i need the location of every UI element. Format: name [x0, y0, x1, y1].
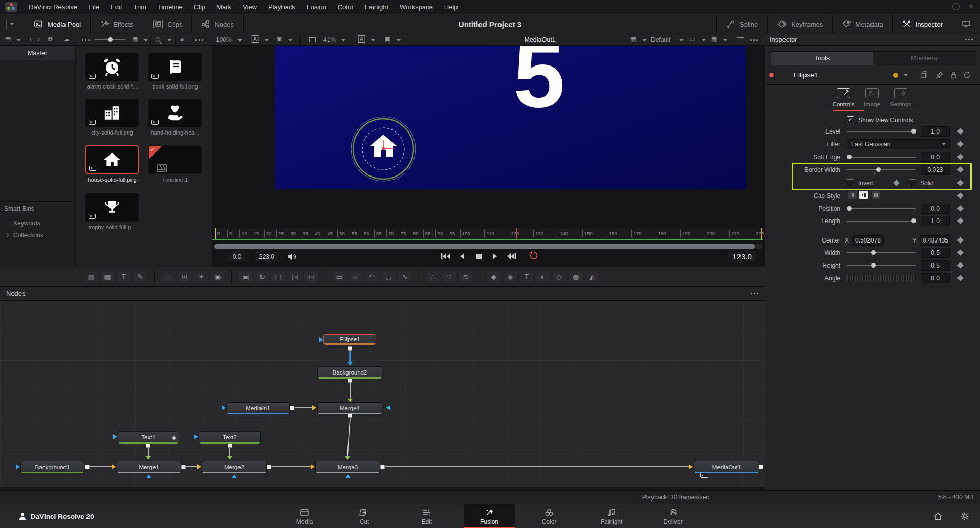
image-tab-icon[interactable]: [865, 88, 879, 98]
media-tile-book[interactable]: [148, 53, 202, 81]
border-width-slider[interactable]: [847, 169, 916, 170]
angle-value[interactable]: 0.0: [921, 273, 950, 283]
level-value[interactable]: 1.0: [921, 126, 950, 137]
length-slider[interactable]: [847, 221, 916, 222]
cap-style-square-button[interactable]: ▮▮: [872, 191, 880, 199]
smart-bins-header[interactable]: Smart Bins: [4, 205, 34, 212]
thumb-size-slider[interactable]: [95, 39, 125, 40]
page-deliver[interactable]: Deliver: [647, 504, 699, 528]
node-background1[interactable]: Background1: [20, 461, 84, 472]
invert-keyframe-icon[interactable]: [893, 180, 900, 186]
timeline-scrollbar-thumb[interactable]: [214, 244, 755, 249]
merge-tool-icon[interactable]: ▣: [239, 271, 252, 282]
media-tile-hand-holding-heart[interactable]: [148, 99, 202, 127]
copy-settings-icon[interactable]: [920, 71, 928, 80]
viewer-frame-icon[interactable]: [309, 37, 316, 42]
position-keyframe-icon[interactable]: [957, 205, 964, 212]
menu-help[interactable]: Help: [444, 3, 458, 11]
solid-keyframe-icon[interactable]: [957, 180, 964, 186]
cap-style-keyframe-icon[interactable]: [957, 192, 964, 199]
go-to-start-button[interactable]: [440, 251, 452, 261]
background-tool-icon[interactable]: ▨: [84, 271, 98, 282]
brightness-tool-icon[interactable]: ☀: [194, 271, 208, 282]
viewer-zoom-value[interactable]: 41%: [323, 36, 336, 43]
node-ellipse1[interactable]: Ellipse1: [323, 334, 376, 344]
color-channels-icon[interactable]: [690, 36, 695, 43]
viewer-overlay-icon[interactable]: [358, 36, 365, 43]
menu-trim[interactable]: Trim: [134, 3, 147, 11]
effects-button[interactable]: Effects: [91, 14, 143, 34]
viewer-options-icon[interactable]: [750, 39, 758, 41]
lock-icon[interactable]: [950, 71, 957, 80]
viewer-expand-icon[interactable]: [737, 37, 744, 42]
prender-tool-icon[interactable]: ≋: [459, 271, 472, 282]
menu-clip[interactable]: Clip: [194, 3, 205, 11]
invert-checkbox[interactable]: [847, 179, 854, 186]
reset-icon[interactable]: [963, 71, 971, 80]
menu-davinci-resolve[interactable]: DaVinci Resolve: [29, 3, 77, 11]
letterbox-tool-icon[interactable]: ▤: [272, 271, 285, 282]
forward-icon[interactable]: [38, 36, 40, 43]
center-keyframe-icon[interactable]: [957, 237, 964, 244]
subtab-settings[interactable]: Settings: [889, 101, 912, 107]
node-color-dot[interactable]: [893, 73, 898, 78]
settings-gear-icon[interactable]: [960, 512, 969, 521]
text-tool-icon[interactable]: T: [117, 271, 130, 282]
current-frame-field[interactable]: 123.0: [728, 250, 756, 263]
crop-tool-icon[interactable]: ◳: [288, 271, 301, 282]
inspector-options-icon[interactable]: [965, 39, 973, 40]
collections-chevron-icon[interactable]: [5, 233, 9, 237]
cap-style-flat-button[interactable]: ▮: [848, 191, 857, 199]
back-icon[interactable]: [30, 36, 32, 43]
node-text1[interactable]: Text1: [118, 431, 179, 443]
settings-tab-icon[interactable]: [894, 88, 907, 98]
shape3d-tool-icon[interactable]: ◈: [504, 271, 517, 282]
loop-playback-icon[interactable]: [529, 251, 539, 260]
renderer3d-tool-icon[interactable]: ◭: [585, 271, 599, 282]
page-cut[interactable]: Cut: [339, 504, 390, 528]
page-media[interactable]: Media: [279, 504, 330, 528]
center-y-field[interactable]: 0.487435: [920, 235, 951, 246]
in-point-field[interactable]: 0.0: [225, 251, 249, 263]
text3d-tool-icon[interactable]: T: [520, 271, 533, 282]
colorcorrector-tool-icon[interactable]: ◌: [162, 271, 175, 282]
spline-button[interactable]: Spline: [717, 14, 767, 34]
still-icon[interactable]: [276, 36, 282, 43]
media-tile-trophy[interactable]: [85, 193, 139, 222]
media-tile-house-selected[interactable]: [85, 145, 139, 174]
width-value[interactable]: 0.5: [921, 248, 950, 258]
bin-options-icon[interactable]: [82, 39, 90, 41]
timeline-ruler[interactable]: 0510152025303540455055606570758085909510…: [215, 228, 763, 239]
nodes-options-icon[interactable]: [751, 293, 758, 294]
subtab-image[interactable]: Image: [860, 101, 884, 107]
imageplane3d-tool-icon[interactable]: ◆: [487, 271, 500, 282]
node-merge2[interactable]: Merge2: [202, 461, 267, 472]
timeline-scrollbar[interactable]: [214, 244, 763, 249]
node-enable-toggle[interactable]: [774, 72, 775, 80]
viewer-roi-icon[interactable]: [385, 36, 390, 43]
sidebar-item-collections[interactable]: Collections: [13, 232, 43, 239]
media-tile-city[interactable]: [85, 99, 139, 127]
menu-workspace[interactable]: Workspace: [400, 3, 433, 11]
show-view-controls-checkbox[interactable]: [847, 116, 854, 123]
go-to-end-button[interactable]: [505, 251, 517, 261]
search-icon[interactable]: [156, 37, 160, 42]
width-slider[interactable]: [847, 252, 916, 253]
position-slider[interactable]: [847, 208, 916, 209]
media-pool-button[interactable]: Media Pool: [24, 14, 90, 34]
unlink-bin-icon[interactable]: [48, 36, 53, 43]
duration-field[interactable]: 223.0: [253, 251, 280, 263]
node-color-chevron-icon[interactable]: [904, 74, 908, 76]
page-edit[interactable]: Edit: [401, 504, 452, 528]
menu-mark[interactable]: Mark: [216, 3, 231, 11]
sidebar-item-keywords[interactable]: Keywords: [13, 219, 40, 227]
cap-style-round-button[interactable]: ◖▮: [859, 191, 868, 199]
panel-layout-button[interactable]: [952, 14, 980, 34]
height-keyframe-icon[interactable]: [957, 262, 964, 269]
polygon-mask-tool-icon[interactable]: ◠: [365, 271, 379, 282]
menu-color[interactable]: Color: [338, 3, 354, 11]
inspector-button[interactable]: Inspector: [893, 14, 952, 34]
level-slider[interactable]: [847, 131, 916, 132]
bin-zoom-value[interactable]: 100%: [216, 36, 232, 43]
light3d-tool-icon[interactable]: ◍: [569, 271, 582, 282]
